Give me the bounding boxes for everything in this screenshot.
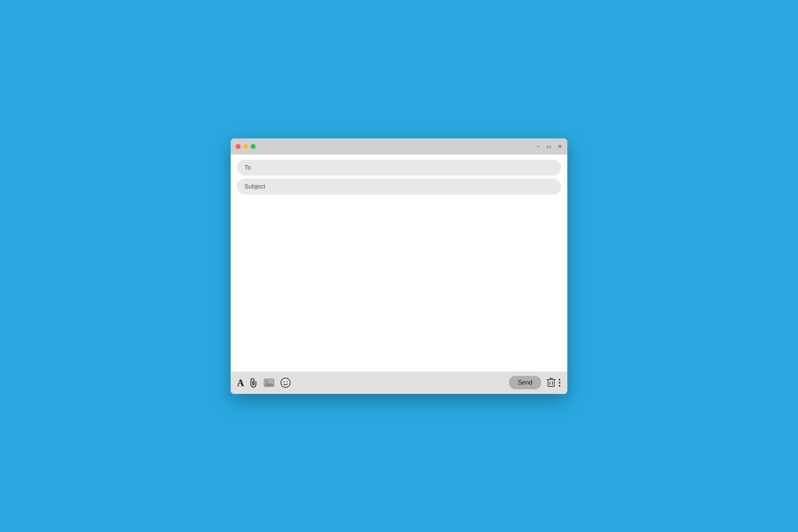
svg-point-4: [284, 381, 285, 382]
traffic-lights: [236, 144, 255, 149]
subject-input[interactable]: [237, 178, 561, 194]
compose-window: − ▭ ✕ A: [231, 138, 567, 394]
titlebar: − ▭ ✕: [231, 138, 567, 155]
minimize-button[interactable]: [243, 144, 248, 149]
toolbar: A: [231, 372, 567, 394]
restore-icon[interactable]: ▭: [546, 144, 551, 149]
svg-point-5: [287, 381, 288, 382]
toolbar-left: A: [237, 377, 291, 388]
maximize-button[interactable]: [251, 144, 255, 149]
paperclip-svg: [250, 377, 258, 388]
trash-more-group: [546, 377, 561, 388]
to-field-row: [237, 159, 561, 175]
emoji-svg: [280, 377, 291, 388]
send-button[interactable]: Send: [509, 376, 541, 389]
close-icon[interactable]: ✕: [558, 144, 562, 149]
subject-field-row: [237, 178, 561, 194]
emoji-icon[interactable]: [280, 377, 291, 388]
image-svg: [263, 377, 274, 388]
close-button[interactable]: [236, 144, 241, 149]
more-svg: [558, 378, 561, 387]
svg-point-3: [281, 378, 290, 387]
svg-point-13: [559, 385, 560, 386]
delete-icon[interactable]: [546, 377, 556, 388]
window-controls: − ▭ ✕: [536, 144, 562, 149]
to-input[interactable]: [237, 159, 561, 175]
svg-point-11: [559, 379, 560, 380]
svg-rect-6: [548, 380, 554, 386]
more-options-icon[interactable]: [558, 378, 561, 387]
font-icon-label: A: [237, 378, 244, 388]
minimize-icon[interactable]: −: [536, 144, 540, 149]
content-area: [231, 155, 567, 372]
image-icon[interactable]: [263, 377, 274, 388]
trash-svg: [546, 377, 556, 388]
svg-point-2: [265, 380, 267, 382]
svg-point-12: [559, 382, 560, 383]
attachment-icon[interactable]: [250, 377, 258, 388]
toolbar-right: Send: [509, 376, 561, 389]
font-format-icon[interactable]: A: [237, 378, 244, 388]
body-textarea[interactable]: [237, 197, 561, 372]
